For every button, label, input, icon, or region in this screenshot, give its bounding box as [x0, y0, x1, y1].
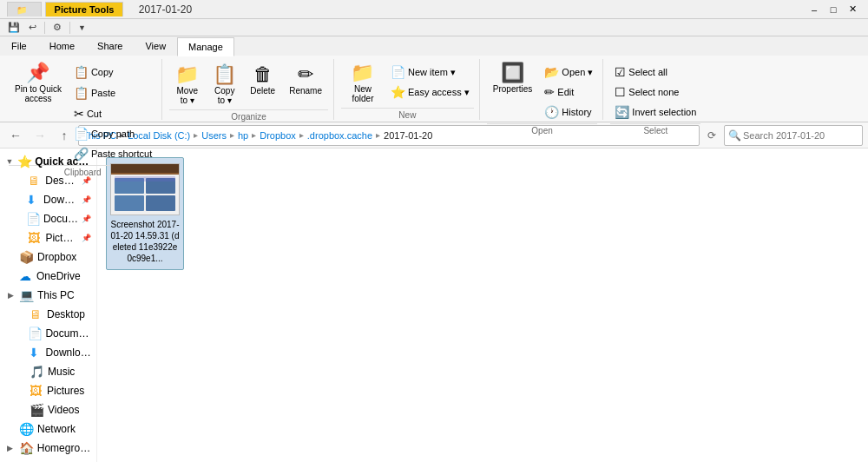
desktop-qa-icon: 🖥	[28, 174, 42, 188]
refresh-button[interactable]: ⟳	[703, 127, 720, 144]
onedrive-icon: ☁	[19, 269, 33, 283]
file-item-screenshot[interactable]: Screenshot 2017-01-20 14.59.31 (deleted …	[106, 157, 184, 270]
copy-icon: 📋	[74, 65, 89, 79]
pictures-qa-icon: 🖼	[28, 231, 42, 245]
search-input[interactable]	[743, 130, 858, 141]
picture-tools-tab[interactable]: Picture Tools	[45, 2, 124, 16]
new-item-button[interactable]: 📄New item ▾	[386, 63, 474, 82]
cut-button[interactable]: ✂Cut	[69, 104, 156, 123]
copy-button[interactable]: 📋Copy	[69, 63, 156, 82]
invert-selection-button[interactable]: 🔄Invert selection	[610, 102, 700, 122]
tab-quick-access-toolbar: 📁	[7, 2, 42, 16]
sidebar-item-downloads-qa[interactable]: ⬇ Downloads 📌	[0, 190, 96, 209]
qt-separator	[44, 22, 45, 34]
addr-dropbox-cache[interactable]: .dropbox.cache	[307, 130, 372, 141]
addr-hp[interactable]: hp	[238, 130, 248, 141]
search-bar[interactable]: 🔍	[724, 125, 863, 146]
sidebar-item-documents-pc[interactable]: 📄 Documents	[0, 324, 96, 343]
history-icon: 🕐	[544, 105, 559, 119]
paste-button[interactable]: 📋Paste	[69, 83, 156, 102]
sidebar-item-documents-qa[interactable]: 📄 Documents 📌	[0, 209, 96, 228]
sidebar-item-onedrive[interactable]: ☁ OneDrive	[0, 267, 96, 286]
homegroup-label: Homegroup	[37, 442, 91, 454]
addr-dropbox[interactable]: Dropbox	[260, 130, 296, 141]
tab-manage[interactable]: Manage	[177, 37, 234, 56]
ribbon-content: 📌 Pin to Quickaccess 📋Copy 📋Paste ✂Cut 📄…	[0, 56, 868, 122]
tab-share[interactable]: Share	[86, 36, 134, 56]
delete-icon: 🗑	[253, 65, 273, 84]
open-button[interactable]: 📂Open ▾	[540, 63, 597, 82]
title-text: 2017-01-20	[139, 3, 192, 16]
pin-to-quick-access-button[interactable]: 📌 Pin to Quickaccess	[9, 61, 68, 106]
sidebar-item-pictures-pc[interactable]: 🖼 Pictures	[0, 381, 96, 400]
qt-properties[interactable]: ⚙	[50, 21, 64, 34]
main-area: ▼ ⭐ Quick access 🖥 Desktop 📌 ⬇ Downloads…	[0, 148, 868, 462]
tab-file[interactable]: File	[0, 36, 38, 56]
history-button[interactable]: 🕐History	[540, 102, 597, 122]
organize-group: 📁 Moveto ▾ 📋 Copyto ▾ 🗑 Delete ✏	[164, 59, 334, 120]
tab-home[interactable]: Home	[38, 36, 86, 56]
properties-icon: 🔲	[501, 63, 524, 82]
onedrive-label: OneDrive	[36, 270, 81, 282]
edit-icon: ✏	[544, 85, 555, 99]
delete-button[interactable]: 🗑 Delete	[244, 63, 281, 108]
ribbon: File Home Share View Manage 📌 Pin to Qui…	[0, 36, 868, 122]
copy-to-button[interactable]: 📋 Copyto ▾	[207, 63, 242, 108]
new-group-label: New	[341, 108, 474, 120]
easy-access-button[interactable]: ⭐Easy access ▾	[386, 82, 474, 102]
addr-date[interactable]: 2017-01-20	[384, 130, 432, 141]
downloads-qa-label: Downloads	[43, 194, 78, 206]
sidebar-item-music[interactable]: 🎵 Music	[0, 362, 96, 381]
properties-button[interactable]: 🔲 Properties	[487, 61, 539, 96]
sidebar-item-desktop-pc[interactable]: 🖥 Desktop	[0, 305, 96, 324]
pin-indicator-3: 📌	[82, 214, 91, 223]
paste-icon: 📋	[74, 86, 89, 100]
minimize-button[interactable]: –	[806, 3, 823, 16]
sidebar-item-homegroup[interactable]: ▶ 🏠 Homegroup	[0, 439, 96, 458]
qt-save[interactable]: 💾	[5, 21, 23, 34]
search-icon: 🔍	[728, 129, 741, 142]
open-group-label: Open	[487, 123, 598, 135]
maximize-button[interactable]: □	[825, 3, 842, 16]
qt-undo[interactable]: ↩	[26, 21, 39, 34]
cut-icon: ✂	[74, 107, 84, 121]
open-buttons: 🔲 Properties 📂Open ▾ ✏Edit 🕐History	[487, 59, 598, 122]
tab-view[interactable]: View	[134, 36, 177, 56]
window-controls: – □ ✕	[806, 3, 861, 16]
homegroup-expand-icon: ▶	[5, 444, 16, 452]
ribbon-tabs: File Home Share View Manage	[0, 36, 868, 56]
file-content-area: Screenshot 2017-01-20 14.59.31 (deleted …	[97, 148, 868, 462]
select-none-button[interactable]: ☐Select none	[610, 82, 700, 102]
sidebar-item-downloads-pc[interactable]: ⬇ Downloads	[0, 343, 96, 362]
edit-button[interactable]: ✏Edit	[540, 82, 597, 102]
sidebar-item-dropbox[interactable]: 📦 Dropbox	[0, 248, 96, 267]
move-to-button[interactable]: 📁 Moveto ▾	[169, 63, 205, 108]
copy-path-button[interactable]: 📄Copy path	[69, 124, 156, 143]
rename-button[interactable]: ✏ Rename	[283, 63, 328, 108]
sidebar-item-network[interactable]: 🌐 Network	[0, 419, 96, 439]
organize-buttons-inner: 📁 Moveto ▾ 📋 Copyto ▾ 🗑 Delete ✏	[169, 61, 328, 108]
close-button[interactable]: ✕	[844, 3, 861, 16]
select-all-button[interactable]: ☑Select all	[610, 63, 700, 82]
address-bar[interactable]: This PC ▸ Local Disk (C:) ▸ Users ▸ hp ▸…	[78, 125, 700, 146]
select-group-label: Select	[610, 123, 700, 135]
open-group: 🔲 Properties 📂Open ▾ ✏Edit 🕐History Open	[482, 59, 604, 120]
clipboard-buttons: 📌 Pin to Quickaccess 📋Copy 📋Paste ✂Cut 📄…	[9, 59, 156, 163]
qt-customize[interactable]: ▼	[76, 23, 89, 33]
sidebar-item-videos[interactable]: 🎬 Videos	[0, 400, 96, 419]
new-folder-button[interactable]: 📁 Newfolder	[341, 61, 385, 106]
sidebar-item-desktop-qa[interactable]: 🖥 Desktop 📌	[0, 171, 96, 190]
rename-icon: ✏	[298, 65, 313, 84]
sidebar-item-quick-access[interactable]: ▼ ⭐ Quick access	[0, 152, 96, 171]
new-item-group: 📄New item ▾ ⭐Easy access ▾	[386, 61, 474, 102]
new-group: 📁 Newfolder 📄New item ▾ ⭐Easy access ▾ N…	[336, 59, 480, 120]
select-group: ☑Select all ☐Select none 🔄Invert selecti…	[605, 59, 706, 120]
easy-access-icon: ⭐	[391, 85, 405, 99]
documents-qa-icon: 📄	[26, 212, 40, 226]
this-pc-expand-icon: ▶	[5, 291, 16, 300]
sidebar-item-pictures-qa[interactable]: 🖼 Pictures 📌	[0, 228, 96, 248]
quick-access-icon: ⭐	[17, 155, 31, 168]
sidebar-item-this-pc[interactable]: ▶ 💻 This PC	[0, 286, 96, 305]
desktop-pc-label: Desktop	[47, 308, 85, 320]
addr-users[interactable]: Users	[201, 130, 227, 141]
